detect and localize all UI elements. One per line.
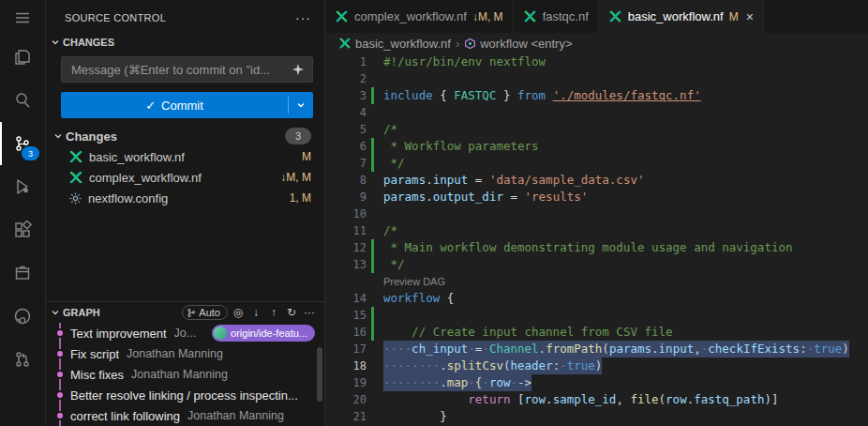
- commit-message-input[interactable]: [69, 62, 288, 78]
- code-row[interactable]: 18········.splitCsv(header:·true): [325, 358, 868, 374]
- commit-button[interactable]: ✓ Commit: [61, 92, 313, 118]
- code-row[interactable]: 1#!/usr/bin/env nextflow: [325, 53, 868, 70]
- code-row[interactable]: 10: [325, 205, 868, 222]
- scm-sidebar: SOURCE CONTROL ··· CHANGES ✓ Commit: [46, 0, 325, 426]
- code-row[interactable]: 20 return [row.sample_id, file(row.fastq…: [325, 391, 868, 408]
- code-row[interactable]: 6 * Workflow parameters: [325, 138, 868, 155]
- push-icon[interactable]: ↑: [266, 306, 281, 319]
- code-row[interactable]: 4: [325, 104, 868, 121]
- close-tab-icon[interactable]: ×: [746, 9, 754, 24]
- line-number[interactable]: 9: [325, 189, 367, 205]
- explorer-icon[interactable]: [0, 36, 45, 79]
- commit-row[interactable]: Fix script Jonathan Manning: [46, 343, 324, 364]
- changes-tree-row[interactable]: Changes 3: [46, 126, 324, 146]
- scm-file-basic-workflow[interactable]: basic_workflow.nf M: [46, 146, 324, 167]
- line-number[interactable]: 20: [325, 391, 367, 408]
- commit-row[interactable]: Better resolve linking / process inspect…: [46, 385, 324, 405]
- package-icon[interactable]: [0, 251, 45, 295]
- line-number[interactable]: [325, 273, 367, 290]
- menu-icon[interactable]: [0, 0, 45, 36]
- code-row[interactable]: 9params.output_dir = 'results': [325, 189, 868, 205]
- line-number[interactable]: 11: [325, 222, 367, 239]
- line-number[interactable]: 14: [325, 290, 367, 307]
- more-actions-icon[interactable]: ···: [302, 306, 317, 319]
- tab-complex-workflow[interactable]: complex_workflow.nf ↓M, M: [325, 0, 514, 33]
- line-number[interactable]: 18: [325, 358, 367, 374]
- code-row[interactable]: 12 * Main workflow demonstrating module …: [325, 239, 868, 256]
- breadcrumb-symbol[interactable]: workflow <entry>: [464, 37, 572, 51]
- git-change-gutter: [367, 138, 383, 155]
- source-control-icon[interactable]: 3: [0, 122, 45, 165]
- line-number[interactable]: 3: [325, 87, 367, 104]
- code-row[interactable]: 14workflow {: [325, 290, 868, 307]
- avatar: [214, 327, 227, 340]
- code-row[interactable]: 21 }: [325, 408, 868, 425]
- pull-request-icon[interactable]: [0, 338, 45, 381]
- code-row[interactable]: 3include { FASTQC } from './modules/fast…: [325, 87, 868, 104]
- commit-row[interactable]: correct link following Jonathan Manning: [46, 405, 324, 426]
- sparkle-icon[interactable]: [288, 59, 308, 80]
- branch-ref-badge[interactable]: origin/ide-featu...: [212, 325, 315, 342]
- breadcrumb-file[interactable]: basic_workflow.nf: [338, 37, 451, 51]
- refresh-icon[interactable]: ↻: [284, 306, 299, 319]
- code-row[interactable]: 15: [325, 307, 868, 324]
- code-row[interactable]: 5/*: [325, 121, 868, 138]
- codelens-link[interactable]: Preview DAG: [383, 276, 445, 287]
- code-row[interactable]: 11/*: [325, 222, 868, 239]
- more-actions-icon[interactable]: ···: [295, 10, 311, 25]
- scm-file-complex-workflow[interactable]: complex_workflow.nf ↓M, M: [46, 167, 324, 188]
- line-number[interactable]: 17: [325, 341, 367, 358]
- line-number[interactable]: 19: [325, 374, 367, 391]
- line-number[interactable]: 8: [325, 172, 367, 189]
- commit-author: Jo...: [174, 327, 206, 340]
- commit-author: Jonathan Manning: [131, 368, 315, 381]
- line-number[interactable]: 16: [325, 324, 367, 341]
- code-row[interactable]: 8params.input = 'data/sample_data.csv': [325, 172, 868, 189]
- code-row[interactable]: 19········.map·{·row·->: [325, 374, 868, 391]
- chevron-down-icon: [51, 38, 60, 47]
- commit-row[interactable]: Misc fixes Jonathan Manning: [46, 364, 324, 385]
- extensions-icon[interactable]: [0, 208, 45, 251]
- line-number[interactable]: 6: [325, 138, 367, 155]
- scm-file-nextflow-config[interactable]: nextflow.config 1, M: [46, 188, 324, 208]
- line-number[interactable]: 10: [325, 205, 367, 222]
- code-row[interactable]: 16 // Create input channel from CSV file: [325, 324, 868, 341]
- auto-branch-toggle[interactable]: Auto: [182, 305, 228, 320]
- code-lines: 1#!/usr/bin/env nextflow23include { FAST…: [325, 53, 868, 425]
- line-number[interactable]: 2: [325, 70, 367, 87]
- line-number[interactable]: 12: [325, 239, 367, 256]
- line-number[interactable]: 15: [325, 307, 367, 324]
- line-number[interactable]: 7: [325, 155, 367, 172]
- commit-dropdown-button[interactable]: [289, 92, 313, 118]
- search-icon[interactable]: [0, 79, 45, 122]
- run-debug-icon[interactable]: [0, 165, 45, 208]
- git-status-badge: 1, M: [290, 191, 311, 205]
- code-row[interactable]: 2: [325, 70, 868, 87]
- graph-scrollbar[interactable]: [317, 347, 322, 402]
- commit-button-main[interactable]: ✓ Commit: [61, 92, 288, 118]
- code-row[interactable]: 7 */: [325, 155, 868, 172]
- code-editor[interactable]: 1#!/usr/bin/env nextflow23include { FAST…: [325, 53, 868, 426]
- tab-label: basic_workflow.nf: [628, 9, 724, 23]
- commit-dot-icon: [55, 349, 65, 358]
- line-number[interactable]: 1: [325, 53, 367, 70]
- commit-row[interactable]: Text improvement Jo... origin/ide-featu.…: [46, 323, 324, 343]
- tab-basic-workflow[interactable]: basic_workflow.nf M ×: [599, 0, 764, 33]
- codelens-row[interactable]: Preview DAG: [325, 273, 868, 290]
- code-row[interactable]: 17····ch_input·=·Channel.fromPath(params…: [325, 341, 868, 358]
- line-number[interactable]: 5: [325, 121, 367, 138]
- editor-group: complex_workflow.nf ↓M, M fastqc.nf basi…: [325, 0, 868, 426]
- fetch-icon[interactable]: ↓: [248, 306, 263, 319]
- graph-section-header[interactable]: GRAPH Auto ◎ ↓ ↑ ↻ ···: [46, 302, 324, 323]
- target-icon[interactable]: ◎: [231, 306, 246, 319]
- tab-fastqc[interactable]: fastqc.nf: [514, 0, 599, 33]
- vscode-window: 3 SOURCE CONTROL ··· CHANGES: [0, 0, 868, 426]
- github-icon[interactable]: [0, 295, 45, 338]
- changes-section-header[interactable]: CHANGES: [46, 32, 324, 53]
- line-number[interactable]: 13: [325, 256, 367, 273]
- line-number[interactable]: 4: [325, 104, 367, 121]
- code-row[interactable]: 13 */: [325, 256, 868, 273]
- line-number[interactable]: 21: [325, 408, 367, 425]
- git-change-gutter: [367, 256, 383, 273]
- branch-ref-label: origin/ide-featu...: [231, 327, 307, 339]
